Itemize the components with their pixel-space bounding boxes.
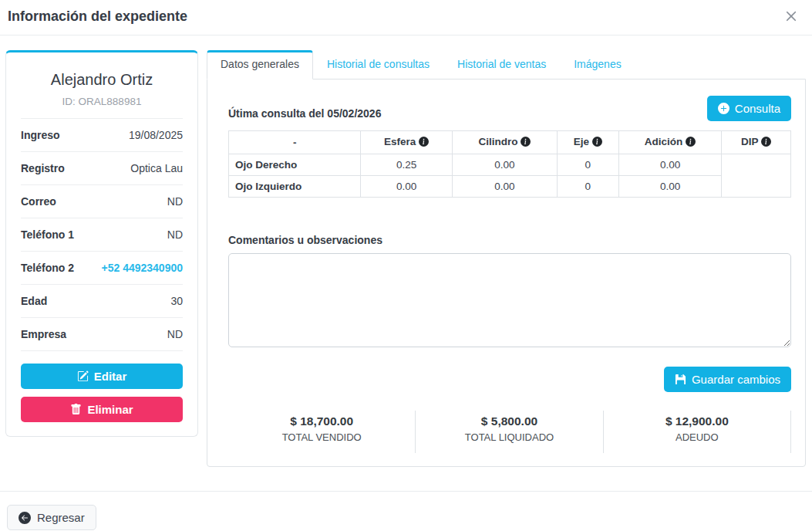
info-icon[interactable] bbox=[686, 137, 696, 149]
tab-historial-ventas[interactable]: Historial de ventas bbox=[443, 50, 560, 79]
field-row-telefono-2: Teléfono 2 +52 4492340900 bbox=[21, 252, 183, 285]
cell-esfera: 0.00 bbox=[361, 176, 453, 198]
field-label: Empresa bbox=[21, 328, 66, 340]
field-row-ingreso: Ingreso 19/08/2025 bbox=[21, 119, 183, 152]
delete-button-label: Eliminar bbox=[87, 403, 133, 416]
field-value: Optica Lau bbox=[130, 162, 183, 174]
cell-cilindro: 0.00 bbox=[453, 176, 558, 198]
new-consultation-button-label: Consulta bbox=[735, 102, 780, 115]
field-row-empresa: Empresa ND bbox=[21, 318, 183, 351]
cell-esfera: 0.25 bbox=[361, 154, 453, 176]
field-value: ND bbox=[167, 328, 183, 340]
cell-cilindro: 0.00 bbox=[453, 154, 558, 176]
patient-id: ID: ORAL888981 bbox=[21, 96, 183, 119]
arrow-left-circle-icon bbox=[19, 512, 31, 524]
tab-datos-generales[interactable]: Datos generales bbox=[207, 50, 313, 79]
pencil-square-icon bbox=[77, 370, 89, 382]
field-row-correo: Correo ND bbox=[21, 185, 183, 218]
patient-name: Alejandro Ortiz bbox=[21, 71, 183, 89]
total-label: ADEUDO bbox=[604, 431, 790, 443]
right-panel: Datos generales Historial de consultas H… bbox=[207, 50, 806, 467]
save-changes-button[interactable]: Guardar cambios bbox=[664, 367, 791, 392]
tab-imagenes[interactable]: Imágenes bbox=[560, 50, 635, 79]
tab-panel-datos-generales: Útima consulta del 05/02/2026 Consulta -… bbox=[207, 79, 806, 467]
patient-card: Alejandro Ortiz ID: ORAL888981 Ingreso 1… bbox=[5, 50, 198, 437]
column-header-esfera: Esfera bbox=[361, 131, 453, 154]
total-vendido: $ 18,700.00 TOTAL VENDIDO bbox=[228, 411, 416, 453]
last-consultation-title: Útima consulta del 05/02/2026 bbox=[228, 107, 381, 121]
info-icon[interactable] bbox=[592, 137, 602, 149]
field-row-registro: Registro Optica Lau bbox=[21, 152, 183, 185]
totals-row: $ 18,700.00 TOTAL VENDIDO $ 5,800.00 TOT… bbox=[228, 411, 791, 453]
column-header-adicion: Adición bbox=[618, 131, 721, 154]
field-label: Ingreso bbox=[21, 129, 60, 141]
info-icon[interactable] bbox=[761, 137, 771, 149]
info-icon[interactable] bbox=[521, 137, 531, 149]
column-header-eye: - bbox=[229, 131, 361, 154]
back-button[interactable]: Regresar bbox=[7, 505, 96, 530]
field-label: Edad bbox=[21, 295, 47, 307]
field-label: Registro bbox=[21, 162, 65, 174]
total-amount: $ 12,900.00 bbox=[604, 414, 790, 428]
cell-eje: 0 bbox=[557, 176, 618, 198]
field-value: 19/08/2025 bbox=[129, 129, 183, 141]
info-icon[interactable] bbox=[419, 137, 429, 149]
page-title: Información del expediente bbox=[8, 8, 187, 25]
back-button-label: Regresar bbox=[37, 511, 85, 524]
plus-circle-icon bbox=[718, 103, 729, 114]
save-changes-button-label: Guardar cambios bbox=[692, 373, 780, 386]
row-label: Ojo Derecho bbox=[229, 154, 361, 176]
cell-adicion: 0.00 bbox=[618, 176, 721, 198]
row-label: Ojo Izquierdo bbox=[229, 176, 361, 198]
tab-historial-consultas[interactable]: Historial de consultas bbox=[313, 50, 443, 79]
column-header-cilindro: Cilindro bbox=[453, 131, 558, 154]
field-value: ND bbox=[167, 228, 183, 241]
new-consultation-button[interactable]: Consulta bbox=[707, 96, 791, 121]
field-value: 30 bbox=[170, 295, 183, 307]
total-amount: $ 5,800.00 bbox=[416, 414, 602, 428]
edit-button-label: Editar bbox=[94, 370, 127, 383]
cell-adicion: 0.00 bbox=[618, 154, 721, 176]
tab-bar: Datos generales Historial de consultas H… bbox=[207, 50, 806, 79]
field-value: ND bbox=[167, 195, 183, 208]
consultation-header: Útima consulta del 05/02/2026 Consulta bbox=[228, 96, 791, 121]
close-icon[interactable] bbox=[780, 8, 803, 25]
save-row: Guardar cambios bbox=[228, 367, 791, 392]
field-label: Correo bbox=[21, 195, 56, 208]
table-row-right-eye: Ojo Derecho 0.25 0.00 0 0.00 bbox=[229, 154, 791, 176]
field-label: Teléfono 2 bbox=[21, 262, 74, 274]
column-header-dip: DIP bbox=[722, 131, 791, 154]
cell-eje: 0 bbox=[557, 154, 618, 176]
phone-link[interactable]: +52 4492340900 bbox=[102, 262, 184, 274]
comments-textarea[interactable] bbox=[228, 253, 791, 347]
modal-header: Información del expediente bbox=[0, 0, 812, 36]
field-row-telefono-1: Teléfono 1 ND bbox=[21, 218, 183, 252]
save-icon bbox=[675, 374, 686, 385]
prescription-table: - Esfera Cilindro Eje Adición DIP Ojo De… bbox=[228, 130, 791, 198]
total-label: TOTAL LIQUIDADO bbox=[416, 431, 602, 443]
modal-footer: Regresar bbox=[0, 491, 812, 530]
modal-body: Alejandro Ortiz ID: ORAL888981 Ingreso 1… bbox=[0, 36, 812, 467]
total-adeudo: $ 12,900.00 ADEUDO bbox=[604, 411, 791, 453]
field-label: Teléfono 1 bbox=[21, 228, 74, 241]
total-amount: $ 18,700.00 bbox=[228, 414, 415, 428]
trash-icon bbox=[70, 404, 82, 415]
column-header-eje: Eje bbox=[557, 131, 618, 154]
edit-button[interactable]: Editar bbox=[21, 364, 183, 389]
table-row-left-eye: Ojo Izquierdo 0.00 0.00 0 0.00 bbox=[229, 176, 791, 198]
cell-dip bbox=[722, 154, 791, 198]
table-header-row: - Esfera Cilindro Eje Adición DIP bbox=[229, 131, 791, 154]
total-label: TOTAL VENDIDO bbox=[228, 431, 415, 443]
total-liquidado: $ 5,800.00 TOTAL LIQUIDADO bbox=[416, 411, 603, 453]
comments-label: Comentarios u observaciones bbox=[228, 234, 791, 246]
delete-button[interactable]: Eliminar bbox=[21, 397, 183, 422]
field-row-edad: Edad 30 bbox=[21, 285, 183, 318]
